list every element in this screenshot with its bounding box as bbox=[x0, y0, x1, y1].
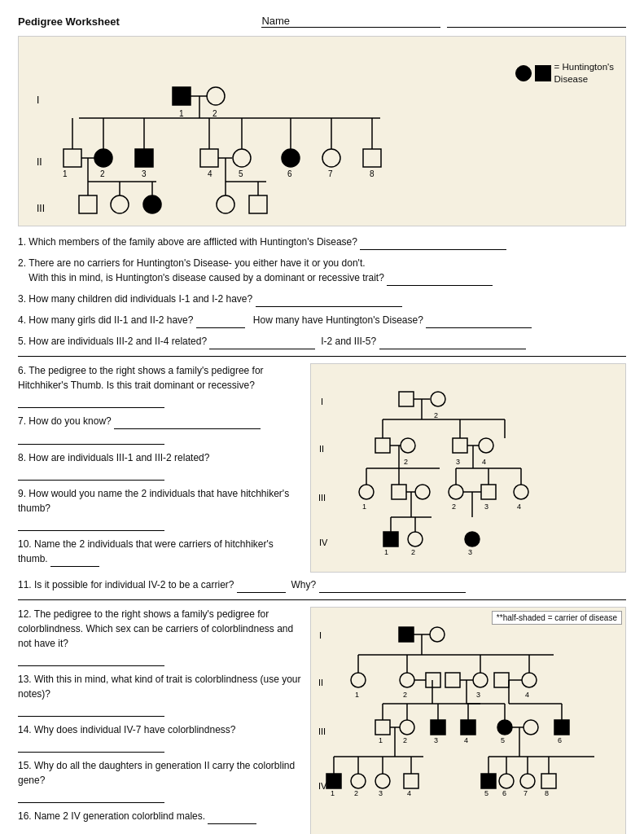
svg-rect-3 bbox=[173, 87, 191, 105]
svg-text:1: 1 bbox=[331, 789, 335, 797]
q16: 16. Name 2 IV generation colorblind male… bbox=[18, 809, 302, 824]
svg-point-95 bbox=[514, 485, 528, 499]
svg-text:5: 5 bbox=[501, 736, 505, 744]
svg-point-136 bbox=[522, 673, 537, 687]
q6: 6. The pedigree to the right shows a fam… bbox=[18, 363, 302, 408]
q5: 5. How are individuals III-2 and II-4 re… bbox=[18, 334, 626, 349]
svg-text:1: 1 bbox=[63, 169, 68, 178]
svg-point-176 bbox=[520, 774, 535, 788]
svg-rect-163 bbox=[554, 720, 569, 735]
svg-text:4: 4 bbox=[222, 215, 227, 216]
q7: 7. How do you know? bbox=[18, 414, 302, 445]
svg-rect-149 bbox=[431, 720, 445, 735]
q2: 2. There are no carriers for Huntington'… bbox=[18, 256, 626, 286]
svg-rect-71 bbox=[453, 438, 467, 453]
q13: 13. With this in mind, what kind of trai… bbox=[18, 672, 302, 717]
svg-text:2: 2 bbox=[212, 109, 217, 118]
svg-text:I: I bbox=[319, 630, 322, 640]
svg-text:I: I bbox=[37, 94, 39, 106]
svg-text:3: 3 bbox=[484, 503, 488, 511]
svg-text:1: 1 bbox=[179, 109, 184, 118]
svg-point-61 bbox=[431, 392, 445, 406]
svg-text:1: 1 bbox=[362, 503, 366, 511]
svg-text:II: II bbox=[318, 678, 323, 687]
svg-rect-152 bbox=[461, 720, 475, 735]
svg-text:2: 2 bbox=[403, 736, 407, 744]
svg-text:2: 2 bbox=[116, 215, 121, 216]
svg-point-6 bbox=[207, 87, 225, 105]
svg-text:3: 3 bbox=[468, 548, 472, 556]
legend-text: = Huntington's Disease bbox=[554, 61, 614, 86]
hitchhiker-questions: 6. The pedigree to the right shows a fam… bbox=[18, 363, 310, 573]
svg-text:III: III bbox=[318, 726, 326, 736]
svg-rect-18 bbox=[135, 149, 153, 167]
svg-point-146 bbox=[400, 720, 414, 735]
svg-text:3: 3 bbox=[456, 458, 460, 466]
pedigree-1-diagram: I II III 1 2 1 2 3 4 bbox=[30, 45, 470, 216]
svg-rect-83 bbox=[392, 485, 406, 499]
q10: 10. Name the 2 individuals that were car… bbox=[18, 537, 302, 567]
svg-rect-21 bbox=[200, 149, 218, 167]
svg-text:III: III bbox=[37, 203, 45, 214]
svg-text:6: 6 bbox=[558, 736, 562, 744]
svg-text:1: 1 bbox=[355, 691, 359, 699]
legend-circle bbox=[515, 65, 532, 81]
q15: 15. Why do all the daughters in generati… bbox=[18, 758, 302, 803]
svg-rect-129 bbox=[426, 673, 440, 687]
svg-rect-39 bbox=[79, 195, 97, 213]
q9: 9. How would you name the 2 individuals … bbox=[18, 486, 302, 531]
svg-text:4: 4 bbox=[407, 789, 411, 797]
svg-text:2: 2 bbox=[404, 458, 408, 466]
svg-point-14 bbox=[94, 149, 112, 167]
svg-text:7: 7 bbox=[328, 169, 333, 178]
svg-rect-66 bbox=[375, 438, 390, 453]
svg-rect-179 bbox=[541, 774, 556, 788]
svg-text:7: 7 bbox=[524, 789, 528, 797]
svg-text:II: II bbox=[37, 156, 42, 168]
section-colorblind: 12. The pedigree to the right shows a fa… bbox=[18, 599, 626, 834]
svg-point-31 bbox=[322, 149, 340, 167]
svg-point-191 bbox=[375, 774, 390, 788]
svg-point-75 bbox=[479, 438, 493, 453]
questions-1-5: 1. Which members of the family above are… bbox=[18, 235, 626, 349]
page-title: Pedigree Worksheet bbox=[18, 15, 120, 28]
svg-point-173 bbox=[499, 774, 514, 788]
legend-square bbox=[535, 65, 551, 81]
svg-text:4: 4 bbox=[464, 736, 468, 744]
q11: 11. Is it possible for individual IV-2 t… bbox=[18, 577, 626, 593]
pedigree-section-1: I II III 1 2 1 2 3 4 bbox=[18, 36, 626, 226]
svg-point-45 bbox=[143, 195, 161, 213]
svg-text:1: 1 bbox=[384, 548, 388, 556]
svg-rect-101 bbox=[383, 532, 398, 546]
svg-text:4: 4 bbox=[517, 503, 521, 511]
svg-text:8: 8 bbox=[370, 169, 375, 178]
q1: 1. Which members of the family above are… bbox=[18, 235, 626, 250]
svg-point-119 bbox=[430, 627, 445, 642]
svg-text:4: 4 bbox=[525, 691, 529, 699]
pedigree-3-container: **half-shaded = carrier of disease I II … bbox=[310, 607, 626, 834]
svg-text:1: 1 bbox=[379, 736, 383, 744]
svg-point-123 bbox=[351, 673, 366, 687]
q12: 12. The pedigree to the right shows a fa… bbox=[18, 607, 302, 666]
svg-point-104 bbox=[408, 532, 423, 546]
svg-rect-117 bbox=[399, 627, 414, 642]
svg-point-126 bbox=[400, 673, 414, 687]
svg-text:4: 4 bbox=[482, 458, 486, 466]
svg-rect-139 bbox=[494, 673, 509, 687]
svg-text:4: 4 bbox=[208, 169, 212, 178]
svg-text:6: 6 bbox=[287, 169, 292, 178]
svg-point-42 bbox=[111, 195, 129, 213]
svg-text:1: 1 bbox=[84, 215, 89, 216]
svg-rect-170 bbox=[481, 774, 496, 788]
svg-text:3: 3 bbox=[476, 691, 480, 699]
svg-rect-92 bbox=[481, 485, 496, 499]
svg-text:5: 5 bbox=[255, 215, 260, 216]
svg-point-85 bbox=[415, 485, 430, 499]
q14: 14. Why does individual IV-7 have colorb… bbox=[18, 722, 302, 753]
svg-rect-53 bbox=[249, 195, 267, 213]
svg-text:2: 2 bbox=[452, 503, 456, 511]
svg-text:2: 2 bbox=[434, 411, 438, 419]
carrier-note: **half-shaded = carrier of disease bbox=[492, 611, 622, 625]
svg-point-89 bbox=[449, 485, 463, 499]
svg-rect-194 bbox=[404, 774, 418, 788]
